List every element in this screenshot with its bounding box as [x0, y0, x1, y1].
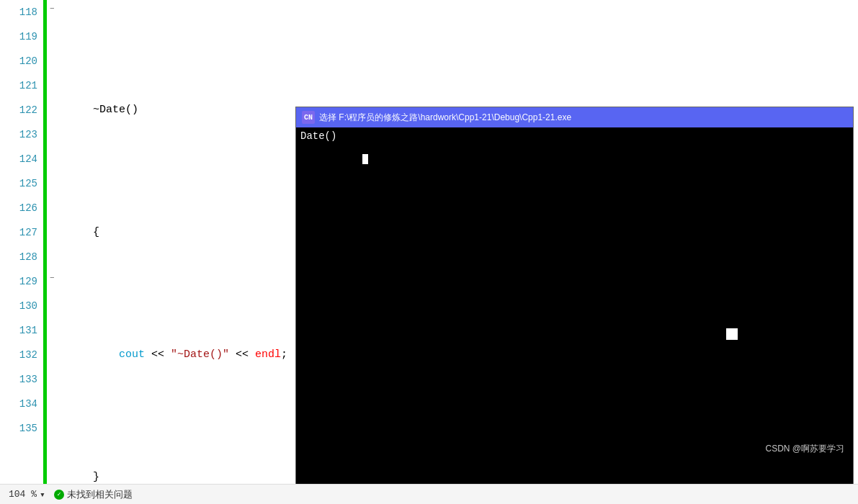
line-num-130: 130: [0, 294, 37, 318]
terminal-output: Date(): [300, 130, 849, 142]
terminal-cursor: [362, 154, 368, 164]
terminal-cursor-line: [300, 142, 849, 176]
terminal-titlebar: CN 选择 F:\程序员的修炼之路\hardwork\Cpp1-21\Debug…: [296, 107, 853, 127]
ok-icon: ✓: [54, 490, 64, 500]
line-num-127: 127: [0, 220, 37, 245]
code-container: 118 119 120 121 122 123 124 125 126 127 …: [0, 0, 858, 484]
terminal-white-square: [726, 328, 738, 340]
terminal-icon: CN: [302, 111, 315, 124]
line-num-122: 122: [0, 98, 37, 122]
line-num-120: 120: [0, 49, 37, 73]
line-num-135: 135: [0, 416, 37, 441]
terminal-title: 选择 F:\程序员的修炼之路\hardwork\Cpp1-21\Debug\Cp…: [319, 112, 571, 124]
line-num-128: 128: [0, 245, 37, 269]
line-num-123: 123: [0, 122, 37, 147]
line-num-133: 133: [0, 367, 37, 392]
status-ok: ✓ 未找到相关问题: [54, 488, 133, 501]
zoom-selector[interactable]: 104 % ▾: [9, 489, 45, 500]
status-text: 未找到相关问题: [67, 488, 133, 501]
collapse-118[interactable]: −: [50, 4, 55, 13]
line-num-132: 132: [0, 343, 37, 367]
line-num-124: 124: [0, 147, 37, 171]
status-bar: 104 % ▾ ✓ 未找到相关问题: [0, 484, 858, 504]
terminal-body: Date(): [296, 127, 853, 484]
line-num-126: 126: [0, 196, 37, 220]
line-num-134: 134: [0, 392, 37, 416]
line-num-129: 129: [0, 269, 37, 294]
line-num-125: 125: [0, 171, 37, 196]
collapse-129[interactable]: −: [50, 274, 55, 282]
editor-area: 118 119 120 121 122 123 124 125 126 127 …: [0, 0, 858, 504]
zoom-value: 104 %: [9, 489, 37, 500]
line-num-121: 121: [0, 73, 37, 98]
zoom-dropdown-icon[interactable]: ▾: [40, 489, 45, 500]
terminal-window[interactable]: CN 选择 F:\程序员的修炼之路\hardwork\Cpp1-21\Debug…: [295, 107, 854, 484]
line-num-131: 131: [0, 318, 37, 343]
line-num-118: 118: [0, 0, 37, 24]
collapse-column: − −: [47, 0, 61, 484]
line-num-119: 119: [0, 24, 37, 49]
watermark: CSDN @啊苏要学习: [765, 443, 844, 455]
line-numbers: 118 119 120 121 122 123 124 125 126 127 …: [0, 0, 43, 484]
